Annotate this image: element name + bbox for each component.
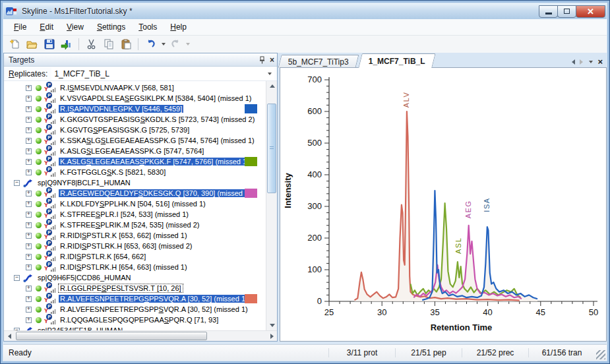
peptide-row[interactable]: +PYR.ALVEFESNPEETREPGSPPSVQR.A [30, 52] … bbox=[4, 304, 266, 315]
tab-menu-icon[interactable] bbox=[589, 61, 593, 63]
peptide-row[interactable]: +PYK.STFREESPLRIK.M [524, 535] (missed 2… bbox=[4, 220, 266, 230]
peptide-icon: PY bbox=[44, 220, 55, 229]
menu-edit[interactable]: Edit bbox=[33, 20, 60, 34]
scroll-up-arrow[interactable] bbox=[267, 81, 277, 91]
menu-tools[interactable]: Tools bbox=[132, 20, 164, 34]
redo-button[interactable] bbox=[168, 37, 183, 51]
menu-settings[interactable]: Settings bbox=[90, 20, 132, 34]
targets-title: Targets bbox=[9, 55, 34, 65]
peptide-row[interactable]: +PYR.LGGLRPESPESLTSVSR.T [10, 26] bbox=[4, 283, 266, 293]
peptide-row[interactable]: +PYR.ALVEFESNPEETREPGSPPSVQR.A [30, 52] … bbox=[4, 293, 266, 304]
peptide-icon: PY bbox=[44, 189, 55, 198]
peptide-row[interactable]: +PYK.GGVTGSPEASISGSK.G [5725, 5739] bbox=[4, 125, 266, 135]
toolbar bbox=[3, 36, 607, 53]
restore-button[interactable] bbox=[557, 5, 576, 18]
undo-icon bbox=[146, 39, 156, 49]
peptide-row[interactable]: +PYK.FGTFGGLGSK.S [5821, 5830] bbox=[4, 167, 266, 177]
sequence-text: K.LKDLFDYSPPLHK.N [504, 516] (missed 1) bbox=[59, 200, 207, 208]
scroll-left-arrow[interactable] bbox=[4, 331, 15, 341]
chromatogram-color-swatch bbox=[245, 189, 257, 198]
expand-icon: + bbox=[26, 191, 32, 197]
peptide-row[interactable]: +PYK.STFREESPLR.I [524, 533] (missed 1) bbox=[4, 209, 266, 220]
peak-label-ALV: ALV bbox=[402, 92, 410, 107]
peptide-row[interactable]: +PYK.ASLGSLEGEAEAEASSPKGK.F [5747, 5766]… bbox=[4, 156, 266, 167]
tab-5b_MCF7_TiTip3[interactable]: 5b_MCF7_TiTip3 bbox=[278, 55, 359, 68]
protein-row[interactable]: −sp|Q9NYF8|BCLF1_HUMAN bbox=[4, 177, 266, 188]
horizontal-scroll-thumb[interactable] bbox=[16, 332, 207, 340]
peptide-row[interactable]: +PYR.IDISPSTLR.K [654, 662] bbox=[4, 251, 266, 262]
tree-horizontal-scrollbar[interactable] bbox=[4, 330, 277, 341]
peptide-row[interactable]: +PYK.VSVGAPDLSLEASEGSIKLPK.M [5384, 5404… bbox=[4, 93, 266, 104]
sequence-text: K.SSKASLGSLEGEAEAEASSPK.G [5744, 5764] (… bbox=[59, 136, 256, 144]
close-button[interactable]: ✕ bbox=[576, 5, 605, 18]
tree-vertical-scrollbar[interactable] bbox=[266, 81, 277, 330]
paste-button[interactable] bbox=[118, 37, 133, 51]
close-icon: ✕ bbox=[587, 7, 594, 16]
peptide-icon: PY bbox=[44, 294, 55, 303]
scroll-right-arrow[interactable] bbox=[266, 331, 277, 341]
panel-close-icon[interactable]: × bbox=[270, 55, 274, 65]
expand-icon: + bbox=[26, 296, 32, 302]
import-results-button[interactable] bbox=[59, 37, 74, 51]
peptide-icon: PY bbox=[44, 167, 55, 177]
peptide-icon: PY bbox=[44, 94, 55, 103]
redo-icon bbox=[170, 39, 181, 49]
status-dot-icon bbox=[36, 148, 42, 154]
chromatogram-chart[interactable]: 0100200300400500600700253035404550Intens… bbox=[280, 67, 607, 342]
tab-1_MCF7_TiB_L[interactable]: 1_MCF7_TiB_L bbox=[358, 53, 435, 68]
menu-help[interactable]: Help bbox=[164, 20, 193, 34]
menu-file[interactable]: File bbox=[7, 20, 33, 34]
cut-button[interactable] bbox=[84, 37, 99, 51]
targets-panel-header[interactable]: Targets × bbox=[4, 53, 277, 67]
svg-text:50: 50 bbox=[589, 307, 598, 317]
sequence-text: R.ISAPNVDFNLEGPK.V [5446, 5459] bbox=[59, 105, 183, 113]
status-dot-icon bbox=[36, 233, 42, 239]
pin-icon[interactable] bbox=[259, 56, 266, 64]
save-button[interactable] bbox=[42, 37, 57, 51]
peptide-row[interactable]: +PYR.ISMSEVDLNVAAPK.V [568, 581] bbox=[4, 82, 266, 93]
peptide-row[interactable]: +PYK.ASLGSLEGEAEAEASSPK.G [5747, 5764] bbox=[4, 146, 266, 156]
peptide-row[interactable]: +PYR.RIDISPSTLRK.H [653, 663] (missed 2) bbox=[4, 241, 266, 251]
prev-tab-icon[interactable] bbox=[572, 59, 575, 65]
resize-grip[interactable] bbox=[596, 350, 605, 359]
status-dot-icon bbox=[36, 264, 42, 270]
protein-row[interactable]: −sp|P24534|EF1B_HUMAN bbox=[4, 325, 266, 330]
expand-icon: + bbox=[26, 127, 32, 133]
copy-button[interactable] bbox=[101, 37, 116, 51]
peptide-row[interactable]: +PYR.IDISPSTLRK.H [654, 663] (missed 1) bbox=[4, 262, 266, 272]
chromatogram-color-swatch bbox=[245, 294, 257, 303]
menu-view[interactable]: View bbox=[60, 20, 90, 34]
status-precursor-count: 21/52 prec bbox=[462, 348, 528, 357]
status-dot-icon bbox=[36, 201, 42, 207]
peptide-row[interactable]: +PYK.SSKASLGSLEGEAEAEASSPK.G [5744, 5764… bbox=[4, 135, 266, 146]
scroll-down-arrow[interactable] bbox=[267, 320, 277, 330]
peptide-icon: PY bbox=[44, 157, 55, 166]
protein-row[interactable]: −sp|Q9H6F5|CCD86_HUMAN bbox=[4, 272, 266, 283]
undo-button[interactable] bbox=[143, 37, 158, 51]
peptide-row[interactable]: +PYR.LQQGAGLESPQGQPEPGAASPQR.Q [71, 93] bbox=[4, 315, 266, 325]
minimize-button[interactable] bbox=[539, 5, 558, 18]
peptide-row[interactable]: +PYR.RIDISPSTLR.K [653, 662] (missed 1) bbox=[4, 230, 266, 241]
replicates-dropdown[interactable]: 1_MCF7_TiB_L bbox=[51, 67, 274, 80]
undo-dropdown-arrow[interactable] bbox=[162, 43, 166, 46]
vertical-scroll-thumb[interactable] bbox=[267, 104, 276, 193]
redo-dropdown-arrow[interactable] bbox=[186, 43, 190, 46]
sequence-text: R.LQQGAGLESPQGQPEPGAASPQR.Q [71, 93] bbox=[59, 316, 220, 324]
peptide-row[interactable]: +PYR.AEGEWEDQEALDYFSDKESGK.Q [370, 390] … bbox=[4, 188, 266, 198]
peptide-icon: PY bbox=[44, 241, 55, 251]
peptide-row[interactable]: +PYK.LKDLFDYSPPLHK.N [504, 516] (missed … bbox=[4, 198, 266, 209]
new-document-icon bbox=[10, 39, 20, 49]
new-document-button[interactable] bbox=[7, 37, 22, 51]
protein-icon bbox=[23, 179, 33, 187]
close-graph-icon[interactable]: × bbox=[597, 59, 603, 65]
sequence-text: K.ASLGSLEGEAEAEASSPKGK.F [5747, 5766] (m… bbox=[59, 158, 251, 166]
chromatogram-color-swatch bbox=[245, 104, 257, 113]
open-button[interactable] bbox=[24, 37, 40, 51]
restore-icon bbox=[564, 9, 570, 14]
svg-text:40: 40 bbox=[483, 307, 492, 317]
peptide-icon: PY bbox=[44, 146, 55, 156]
peptide-row[interactable]: +PYR.ISAPNVDFNLEGPK.V [5446, 5459] bbox=[4, 104, 266, 114]
next-tab-icon[interactable] bbox=[580, 59, 583, 65]
peptide-row[interactable]: +PYK.GKGGVTGSPEASISGSKGDLK.S [5723, 5743… bbox=[4, 114, 266, 125]
title-bar[interactable]: Skyline - Ms1FilterTutorial.sky * ✕ bbox=[3, 3, 607, 19]
